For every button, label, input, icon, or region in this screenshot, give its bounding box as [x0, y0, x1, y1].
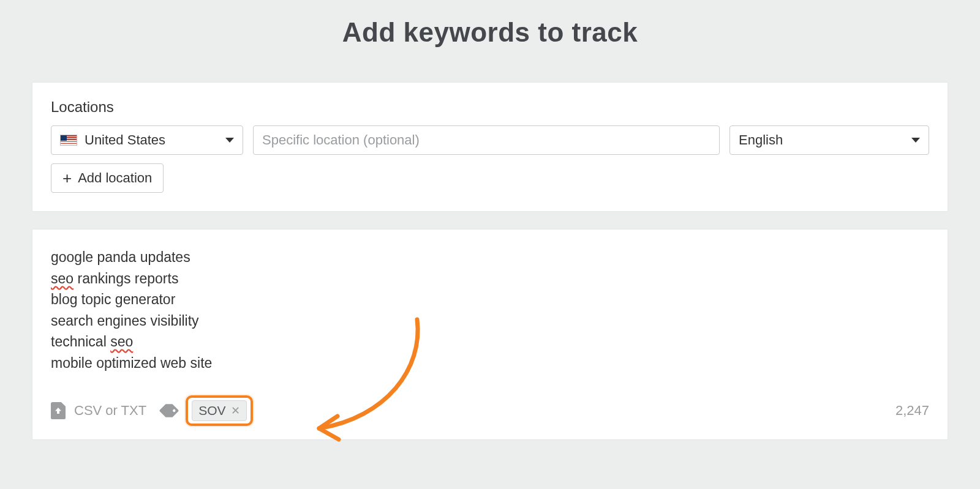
spellcheck-word: seo	[110, 334, 133, 349]
language-value: English	[739, 132, 783, 148]
locations-panel: Locations United States English + Add lo…	[32, 82, 948, 212]
upload-file-icon[interactable]	[51, 402, 66, 419]
keyword-line: technical seo	[51, 331, 929, 353]
add-location-label: Add location	[78, 170, 152, 186]
keywords-panel: google panda updatesseo rankings reports…	[32, 229, 948, 440]
specific-location-field[interactable]	[262, 132, 710, 148]
keyword-line: seo rankings reports	[51, 268, 929, 289]
chevron-down-icon	[911, 138, 920, 143]
chevron-down-icon	[225, 138, 234, 143]
keyword-line: blog topic generator	[51, 289, 929, 310]
annotation-highlight: SOV ✕	[186, 395, 252, 426]
specific-location-input[interactable]	[253, 125, 720, 155]
keywords-footer: CSV or TXT SOV ✕ 2,247	[51, 395, 929, 426]
plus-icon: +	[62, 170, 72, 186]
keyword-line: mobile optimized web site	[51, 353, 929, 374]
locations-label: Locations	[51, 99, 929, 116]
country-select[interactable]: United States	[51, 125, 243, 155]
upload-label[interactable]: CSV or TXT	[74, 403, 146, 419]
remove-tag-icon[interactable]: ✕	[231, 404, 240, 417]
tag-chip[interactable]: SOV ✕	[192, 400, 246, 421]
keywords-textarea[interactable]: google panda updatesseo rankings reports…	[51, 247, 929, 373]
us-flag-icon	[60, 135, 77, 146]
character-count: 2,247	[895, 403, 929, 419]
spellcheck-word: seo	[51, 271, 74, 286]
tag-icon[interactable]	[159, 400, 179, 420]
locations-row: United States English	[51, 125, 929, 155]
add-location-button[interactable]: + Add location	[51, 163, 164, 193]
page-title: Add keywords to track	[0, 17, 980, 48]
language-select[interactable]: English	[729, 125, 929, 155]
keyword-line: google panda updates	[51, 247, 929, 268]
country-value: United States	[85, 132, 165, 148]
tag-chip-label: SOV	[198, 403, 225, 418]
keyword-line: search engines visibility	[51, 310, 929, 332]
